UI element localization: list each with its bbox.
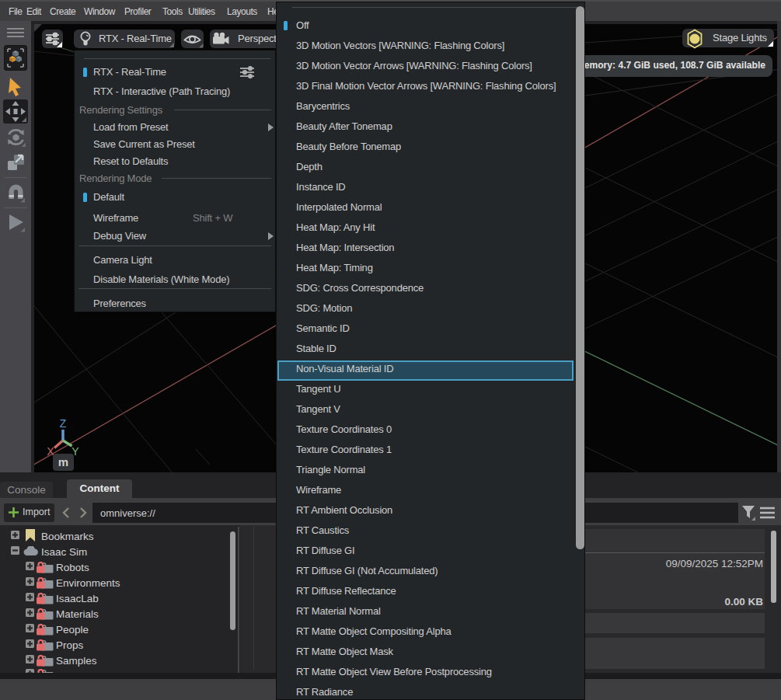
svg-text:Z: Z: [60, 417, 67, 430]
